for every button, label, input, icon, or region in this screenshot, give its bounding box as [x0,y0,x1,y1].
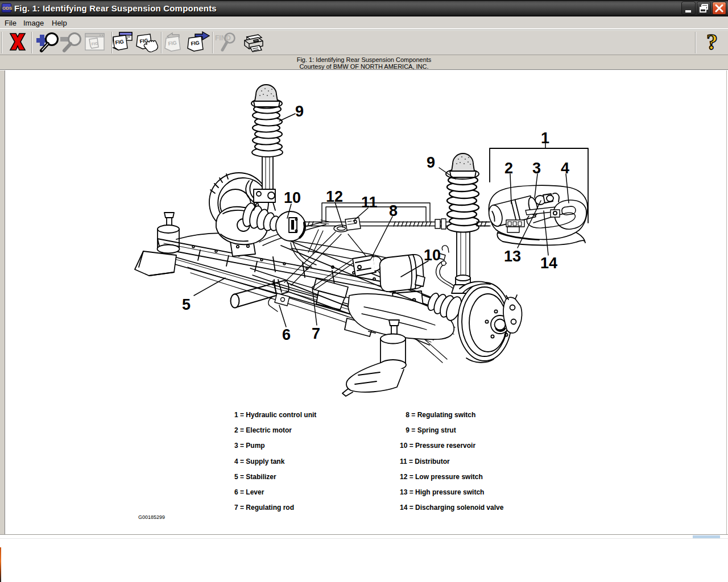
svg-text:FIG: FIG [191,40,200,47]
svg-text:FIG: FIG [91,41,98,46]
svg-text:2: 2 [504,160,513,177]
svg-text:FIG: FIG [168,40,177,47]
svg-text:7: 7 [312,325,320,342]
svg-text:12: 12 [326,188,343,205]
svg-text:10: 10 [424,247,441,264]
svg-text:3: 3 [532,160,541,177]
svg-text:FIG: FIG [115,39,124,45]
svg-text:8: 8 [389,202,398,219]
svg-text:4: 4 [561,160,569,177]
svg-text:1: 1 [541,130,549,147]
svg-text:6: 6 [282,326,291,343]
svg-text:10: 10 [284,189,301,206]
svg-text:13: 13 [504,248,521,265]
svg-text:11: 11 [361,194,378,211]
svg-text:?: ? [706,30,718,55]
svg-text:9: 9 [427,154,435,171]
svg-text:9: 9 [295,103,304,120]
svg-text:14: 14 [540,255,557,272]
svg-text:FIND: FIND [215,34,231,42]
svg-text:5: 5 [182,296,191,313]
